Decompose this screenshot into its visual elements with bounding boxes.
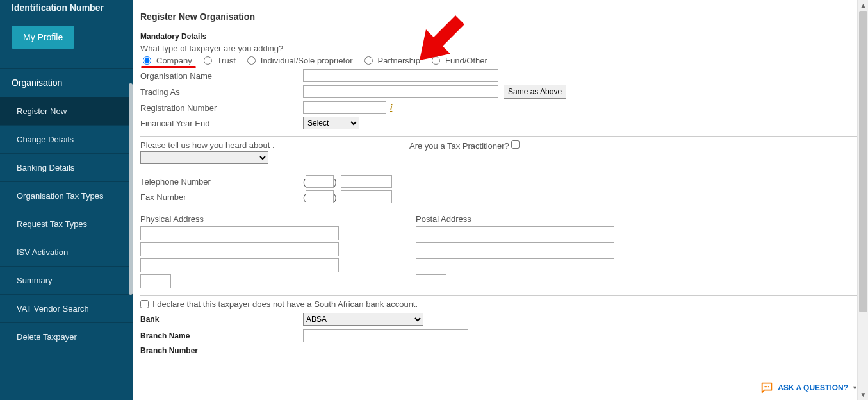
trading-as-input[interactable]	[303, 85, 498, 98]
sidebar-item-delete-taxpayer[interactable]: Delete Taxpayer	[0, 323, 133, 351]
radio-partnership[interactable]	[364, 56, 373, 65]
telephone-code-input[interactable]	[306, 175, 334, 188]
sidebar: Identification Number My Profile Organis…	[0, 0, 133, 400]
divider	[140, 295, 860, 296]
divider	[140, 171, 860, 171]
ask-a-question-label: ASK A QUESTION?	[778, 383, 848, 392]
ask-a-question-button[interactable]: ASK A QUESTION? ▼	[760, 381, 858, 395]
svg-point-1	[764, 386, 766, 387]
sidebar-item-org-tax-types[interactable]: Organisation Tax Types	[0, 182, 133, 210]
same-as-above-button[interactable]: Same as Above	[504, 85, 566, 99]
postal-address-line3[interactable]	[416, 258, 614, 272]
postal-address-label: Postal Address	[416, 214, 614, 224]
svg-point-3	[768, 386, 769, 387]
sidebar-item-label: ISV Activation	[17, 247, 68, 257]
registration-number-input[interactable]	[303, 101, 386, 114]
branch-number-label: Branch Number	[140, 346, 303, 355]
sidebar-item-banking-details[interactable]: Banking Details	[0, 154, 133, 182]
sidebar-item-label: Register New	[17, 106, 67, 116]
practitioner-label: Are you a Tax Practitioner?	[409, 141, 509, 151]
sidebar-section-organisation[interactable]: Organisation	[0, 68, 133, 97]
sidebar-item-label: Change Details	[17, 135, 74, 144]
radio-trust[interactable]	[204, 56, 212, 65]
my-profile-button[interactable]: My Profile	[12, 26, 74, 49]
physical-address-zip[interactable]	[140, 274, 171, 288]
org-name-label: Organisation Name	[140, 71, 303, 81]
financial-year-end-label: Financial Year End	[140, 119, 303, 128]
postal-address-line1[interactable]	[416, 226, 614, 240]
sidebar-item-summary[interactable]: Summary	[0, 267, 133, 295]
sidebar-item-label: Request Tax Types	[17, 219, 87, 229]
scroll-down-icon[interactable]: ▼	[858, 389, 868, 400]
fax-label: Fax Number	[140, 192, 303, 202]
chat-icon	[760, 381, 774, 395]
sidebar-item-label: Summary	[17, 276, 53, 285]
sidebar-item-label: VAT Vendor Search	[17, 304, 89, 313]
scroll-thumb[interactable]	[859, 11, 867, 312]
radio-fund[interactable]	[432, 56, 440, 65]
heard-about-label: Please tell us how you heard about .	[140, 140, 397, 150]
divider	[140, 136, 860, 137]
physical-address-line1[interactable]	[140, 226, 339, 240]
branch-name-label: Branch Name	[140, 331, 303, 340]
divider	[140, 210, 860, 210]
mandatory-details-label: Mandatory Details	[140, 32, 860, 41]
telephone-label: Telephone Number	[140, 177, 303, 187]
info-icon[interactable]: i	[390, 103, 392, 112]
page-scrollbar[interactable]: ▲ ▼	[857, 0, 868, 400]
label-individual: Individual/Sole proprietor	[261, 56, 353, 65]
declare-checkbox[interactable]	[140, 300, 149, 308]
label-fund: Fund/Other	[445, 56, 487, 65]
sidebar-item-vat-vendor-search[interactable]: VAT Vendor Search	[0, 295, 133, 323]
physical-address-line3[interactable]	[140, 258, 339, 272]
svg-point-2	[766, 386, 767, 387]
label-partnership: Partnership	[378, 56, 420, 65]
scroll-up-icon[interactable]: ▲	[858, 0, 868, 11]
taxpayer-question: What type of taxpayer are you adding?	[140, 44, 860, 53]
physical-address-line2[interactable]	[140, 242, 339, 256]
radio-individual[interactable]	[247, 56, 256, 65]
page-title: Register New Organisation	[140, 12, 860, 22]
fax-code-input[interactable]	[306, 190, 334, 203]
practitioner-checkbox[interactable]	[511, 140, 520, 149]
heard-about-select[interactable]	[140, 151, 268, 164]
identification-number-heading: Identification Number	[12, 0, 121, 18]
sidebar-item-register-new[interactable]: Register New	[0, 97, 133, 126]
financial-year-end-select[interactable]: Select	[303, 117, 359, 129]
telephone-number-input[interactable]	[341, 175, 392, 188]
label-company: Company	[156, 56, 192, 65]
sidebar-item-label: Organisation Tax Types	[17, 191, 103, 201]
sidebar-item-request-tax-types[interactable]: Request Tax Types	[0, 210, 133, 238]
sidebar-item-isv-activation[interactable]: ISV Activation	[0, 238, 133, 267]
postal-address-line2[interactable]	[416, 242, 614, 256]
org-name-input[interactable]	[303, 69, 498, 82]
postal-address-zip[interactable]	[416, 274, 446, 288]
bank-label: Bank	[140, 315, 303, 324]
taxpayer-type-radio-row: Company Trust Individual/Sole proprietor…	[140, 56, 860, 65]
branch-name-input[interactable]	[303, 329, 468, 342]
declare-text: I declare that this taxpayer does not ha…	[152, 299, 418, 309]
trading-as-label: Trading As	[140, 87, 303, 97]
sidebar-item-label: Delete Taxpayer	[17, 332, 77, 342]
bank-select[interactable]: ABSA	[303, 313, 423, 326]
sidebar-item-label: Banking Details	[17, 163, 74, 172]
radio-company[interactable]	[143, 56, 151, 65]
fax-number-input[interactable]	[341, 190, 392, 203]
registration-number-label: Registration Number	[140, 103, 303, 113]
physical-address-label: Physical Address	[140, 214, 339, 224]
label-trust: Trust	[217, 56, 236, 65]
sidebar-item-change-details[interactable]: Change Details	[0, 126, 133, 154]
